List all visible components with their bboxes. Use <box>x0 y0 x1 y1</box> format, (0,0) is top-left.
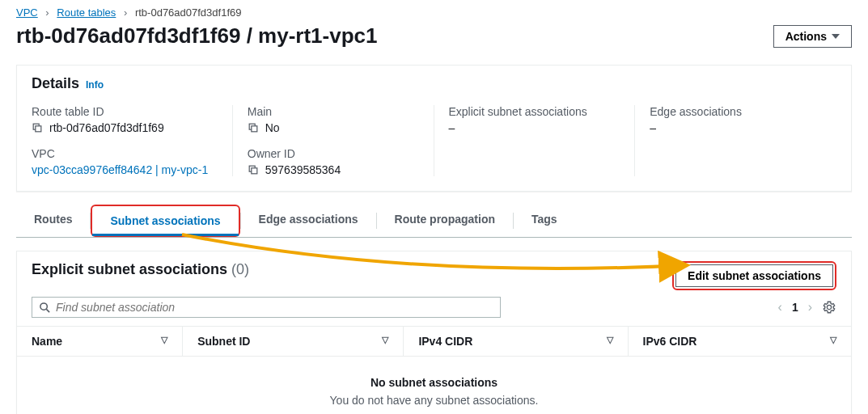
search-icon <box>39 302 51 314</box>
assoc-count: (0) <box>231 261 249 277</box>
settings-icon[interactable] <box>822 300 836 315</box>
edge-assoc-label: Edge associations <box>650 105 822 118</box>
vpc-label: VPC <box>32 147 218 160</box>
actions-button[interactable]: Actions <box>773 25 852 48</box>
info-link[interactable]: Info <box>86 79 104 91</box>
col-ipv6-cidr[interactable]: IPv6 CIDR▽ <box>628 327 851 357</box>
edit-assoc-highlight: Edit subnet associations <box>672 261 836 290</box>
sort-icon: ▽ <box>830 335 836 345</box>
page-title: rtb-0d76ad07fd3df1f69 / my-rt1-vpc1 <box>16 23 377 49</box>
details-panel: Details Info Route table ID rtb-0d76ad07… <box>16 65 852 192</box>
col-subnet-id[interactable]: Subnet ID▽ <box>183 327 404 357</box>
explicit-assoc-label: Explicit subnet associations <box>449 105 620 118</box>
search-input[interactable] <box>56 301 493 314</box>
empty-state: No subnet associations You do not have a… <box>17 357 851 414</box>
search-box[interactable] <box>32 297 501 318</box>
prev-page-icon[interactable]: ‹ <box>778 300 782 315</box>
tab-edge-associations[interactable]: Edge associations <box>241 205 376 237</box>
caret-down-icon <box>832 34 840 39</box>
col-name[interactable]: Name▽ <box>17 327 183 357</box>
pager: ‹ 1 › <box>778 300 836 315</box>
empty-title: No subnet associations <box>36 376 832 389</box>
empty-sub: You do not have any subnet associations. <box>36 394 832 407</box>
explicit-assoc-value: – <box>449 121 455 134</box>
svg-rect-1 <box>36 126 41 132</box>
page-number: 1 <box>792 301 798 314</box>
tab-route-propagation[interactable]: Route propagation <box>377 205 513 237</box>
owner-id-label: Owner ID <box>248 147 419 160</box>
explicit-subnet-associations-panel: Explicit subnet associations (0) Edit su… <box>16 251 852 414</box>
breadcrumb-route-tables[interactable]: Route tables <box>57 6 116 19</box>
copy-icon[interactable] <box>248 164 259 175</box>
owner-id-value: 597639585364 <box>265 163 341 176</box>
sort-icon: ▽ <box>382 335 388 345</box>
tab-subnet-associations[interactable]: Subnet associations <box>91 205 239 237</box>
chevron-right-icon: › <box>124 6 127 19</box>
svg-point-6 <box>40 302 47 309</box>
sort-icon: ▽ <box>607 335 613 345</box>
route-table-id-value: rtb-0d76ad07fd3df1f69 <box>49 121 164 134</box>
sort-icon: ▽ <box>161 335 167 345</box>
edge-assoc-value: – <box>650 121 656 134</box>
breadcrumb-current: rtb-0d76ad07fd3df1f69 <box>135 6 242 19</box>
main-value: No <box>265 121 280 134</box>
edit-subnet-associations-button[interactable]: Edit subnet associations <box>675 264 833 287</box>
col-ipv4-cidr[interactable]: IPv4 CIDR▽ <box>404 327 628 357</box>
tabs-bar: Routes Subnet associations Edge associat… <box>16 205 852 238</box>
route-table-id-label: Route table ID <box>32 105 218 118</box>
details-heading: Details <box>32 75 79 92</box>
copy-icon[interactable] <box>32 122 43 133</box>
svg-line-7 <box>46 309 49 312</box>
actions-label: Actions <box>785 30 827 43</box>
tab-routes[interactable]: Routes <box>16 205 90 237</box>
svg-rect-3 <box>252 126 257 132</box>
vpc-link[interactable]: vpc-03cca9976eff84642 | my-vpc-1 <box>32 163 208 176</box>
next-page-icon[interactable]: › <box>808 300 812 315</box>
assoc-heading: Explicit subnet associations (0) <box>32 261 249 278</box>
breadcrumb-vpc[interactable]: VPC <box>16 6 38 19</box>
subnets-table: Name▽ Subnet ID▽ IPv4 CIDR▽ IPv6 CIDR▽ <box>17 326 851 357</box>
svg-rect-5 <box>252 168 257 174</box>
copy-icon[interactable] <box>248 122 259 133</box>
breadcrumb: VPC › Route tables › rtb-0d76ad07fd3df1f… <box>0 0 868 20</box>
main-label: Main <box>248 105 419 118</box>
tab-tags[interactable]: Tags <box>514 205 575 237</box>
chevron-right-icon: › <box>45 6 49 19</box>
